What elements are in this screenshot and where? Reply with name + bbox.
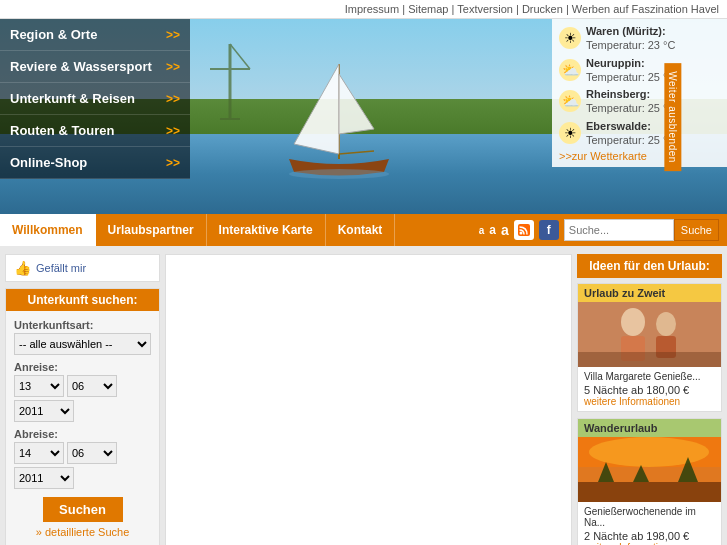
detail-search-link[interactable]: » detaillierte Suche [14,526,151,538]
main-content-area [165,254,572,545]
facebook-like-btn[interactable]: 👍 Gefällt mir [5,254,160,282]
idea-card-image-1 [578,437,721,502]
nav-label-reviere: Reviere & Wassersport [10,59,152,74]
anreise-year-select[interactable]: 2011 [14,400,74,422]
weather-row-2: ⛅ Rheinsberg: Temperatur: 25 °C [559,87,720,116]
sailboat-icon [274,54,404,194]
idea-card-body-0: Villa Margarete Genieße... 5 Nächte ab 1… [578,367,721,411]
nav-item-routen[interactable]: Routen & Touren >> [0,115,190,147]
abreise-day-select[interactable]: 14 [14,442,64,464]
top-bar: Impressum | Sitemap | Textversion | Druc… [0,0,727,19]
weather-row-0: ☀ Waren (Müritz): Temperatur: 23 °C [559,24,720,53]
suchen-button[interactable]: Suchen [43,497,123,522]
svg-point-20 [589,437,709,467]
search-panel: Unterkunft suchen: Unterkunftsart: -- al… [5,288,160,545]
font-size-medium-btn[interactable]: a [489,223,496,237]
weather-temp-2: Temperatur: 25 °C [586,101,675,115]
svg-point-13 [621,308,645,336]
abreise-date-row: 14 06 [14,442,151,464]
weather-temp-0: Temperatur: 23 °C [586,38,675,52]
nav-label-shop: Online-Shop [10,155,87,170]
idea-card-0: Urlaub zu Zweit Villa Margarete Genieße.… [577,283,722,412]
left-panel: 👍 Gefällt mir Unterkunft suchen: Unterku… [5,254,160,545]
anreise-day-select[interactable]: 13 [14,375,64,397]
svg-rect-21 [578,482,721,502]
tab-interaktive-karte[interactable]: Interaktive Karte [207,214,326,246]
idea-card-1: Wanderurlaub Genießerwochenende im Na...… [577,418,722,545]
weather-city-0: Waren (Müritz): [586,24,675,38]
anreise-label: Anreise: [14,361,151,373]
svg-line-7 [230,44,250,69]
unterkunftsart-select[interactable]: -- alle auswählen -- [14,333,151,355]
side-tab[interactable]: Weiter ausblenden [665,63,682,171]
weather-icon-3: ☀ [559,122,581,144]
svg-point-4 [289,169,389,179]
abreise-label: Abreise: [14,428,151,440]
nav-label-unterkunft: Unterkunft & Reisen [10,91,135,106]
anreise-field: Anreise: 13 06 2011 [14,361,151,422]
weather-box: ☀ Waren (Müritz): Temperatur: 23 °C ⛅ Ne… [552,19,727,167]
weather-icon-1: ⛅ [559,59,581,81]
svg-point-15 [656,312,676,336]
font-size-large-btn[interactable]: a [501,222,509,238]
ideas-title: Ideen für den Urlaub: [577,254,722,278]
idea-card-link-0[interactable]: weitere Informationen [584,396,715,407]
drucken-link[interactable]: Drucken [522,3,563,15]
sitemap-link[interactable]: Sitemap [408,3,448,15]
werben-link[interactable]: Werben auf Faszination Havel [572,3,719,15]
tab-willkommen[interactable]: Willkommen [0,214,96,246]
idea-card-title-text-1: Genießerwochenende im Na... [584,506,715,528]
thumbs-up-icon: 👍 [14,260,31,276]
idea-card-body-1: Genießerwochenende im Na... 2 Nächte ab … [578,502,721,545]
tab-kontakt[interactable]: Kontakt [326,214,396,246]
weather-temp-1: Temperatur: 25 °C [586,70,675,84]
nav-item-region[interactable]: Region & Orte >> [0,19,190,51]
search-input[interactable] [564,219,674,241]
idea-card-category-0: Urlaub zu Zweit [578,284,721,302]
anreise-month-select[interactable]: 06 [67,375,117,397]
left-nav: Region & Orte >> Reviere & Wassersport >… [0,19,190,179]
search-button[interactable]: Suche [674,219,719,241]
anreise-year-row: 2011 [14,400,151,422]
right-panel: Ideen für den Urlaub: Urlaub zu Zweit Vi… [577,254,722,545]
facebook-like-label: Gefällt mir [36,262,86,274]
nav-arrow-unterkunft: >> [166,92,180,106]
idea-card-title-text-0: Villa Margarete Genieße... [584,371,715,382]
weather-city-3: Eberswalde: [586,119,675,133]
textversion-link[interactable]: Textversion [457,3,513,15]
nav-item-reviere[interactable]: Reviere & Wassersport >> [0,51,190,83]
idea-card-price-1: 2 Nächte ab 198,00 € [584,530,715,542]
abreise-year-select[interactable]: 2011 [14,467,74,489]
svg-rect-17 [578,352,721,367]
nav-bar: Willkommen Urlaubspartner Interaktive Ka… [0,214,727,246]
weather-icon-2: ⛅ [559,90,581,112]
svg-point-11 [519,232,522,235]
svg-marker-1 [294,64,339,154]
impressum-link[interactable]: Impressum [345,3,399,15]
header: Region & Orte >> Reviere & Wassersport >… [0,19,727,214]
nav-label-routen: Routen & Touren [10,123,114,138]
unterkunftsart-field: Unterkunftsart: -- alle auswählen -- [14,319,151,355]
svg-line-3 [339,151,374,154]
rss-feed-icon[interactable] [514,220,534,240]
weather-map-link[interactable]: >>zur Wetterkarte [559,150,647,162]
unterkunftsart-label: Unterkunftsart: [14,319,151,331]
facebook-nav-icon[interactable]: f [539,220,559,240]
abreise-month-select[interactable]: 06 [67,442,117,464]
weather-city-2: Rheinsberg: [586,87,675,101]
weather-city-1: Neuruppin: [586,56,675,70]
weather-row-3: ☀ Eberswalde: Temperatur: 25 °C [559,119,720,148]
nav-item-unterkunft[interactable]: Unterkunft & Reisen >> [0,83,190,115]
nav-item-shop[interactable]: Online-Shop >> [0,147,190,179]
nav-arrow-region: >> [166,28,180,42]
idea-card-image-0 [578,302,721,367]
idea-card-price-0: 5 Nächte ab 180,00 € [584,384,715,396]
crane-icon [200,39,260,139]
tab-urlaubspartner[interactable]: Urlaubspartner [96,214,207,246]
abreise-year-row: 2011 [14,467,151,489]
middle-area [165,254,572,545]
weather-icon-0: ☀ [559,27,581,49]
font-size-small-btn[interactable]: a [479,225,485,236]
svg-marker-2 [339,74,374,134]
anreise-date-row: 13 06 [14,375,151,397]
